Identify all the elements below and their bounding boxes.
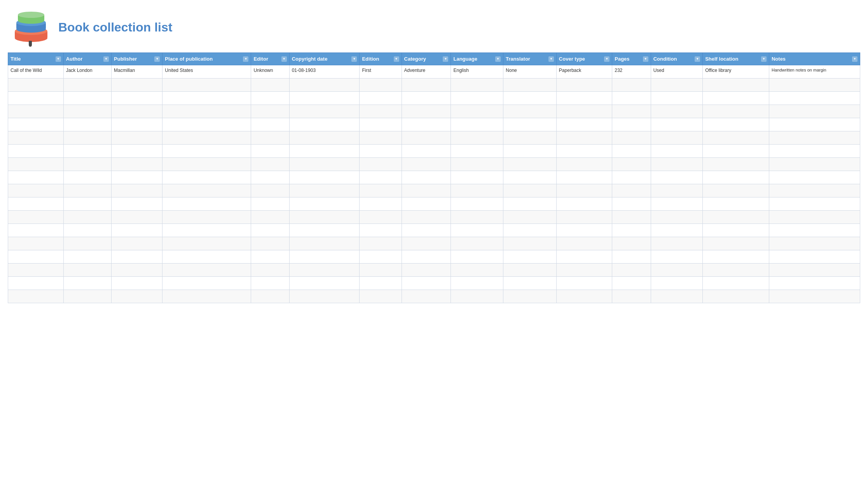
cell-place_of_publication[interactable] — [162, 145, 251, 158]
cell-language[interactable] — [451, 224, 503, 237]
cell-edition[interactable] — [360, 79, 402, 92]
cell-edition[interactable] — [360, 105, 402, 118]
cell-place_of_publication[interactable] — [162, 250, 251, 264]
cell-shelf_location[interactable] — [703, 290, 769, 303]
cell-edition[interactable] — [360, 131, 402, 145]
cell-author[interactable] — [63, 131, 111, 145]
cell-condition[interactable] — [651, 290, 702, 303]
cell-translator[interactable] — [503, 79, 557, 92]
cell-place_of_publication[interactable] — [162, 224, 251, 237]
cell-language[interactable] — [451, 92, 503, 105]
filter-btn-author[interactable]: ▼ — [103, 56, 109, 62]
cell-language[interactable] — [451, 211, 503, 224]
cell-translator[interactable] — [503, 197, 557, 211]
cell-editor[interactable] — [251, 158, 289, 171]
cell-publisher[interactable] — [112, 184, 162, 197]
cell-category[interactable] — [402, 92, 451, 105]
cell-title[interactable] — [8, 224, 64, 237]
cell-editor[interactable] — [251, 237, 289, 250]
cell-editor[interactable] — [251, 145, 289, 158]
cell-shelf_location[interactable] — [703, 184, 769, 197]
cell-publisher[interactable] — [112, 197, 162, 211]
cell-editor[interactable] — [251, 277, 289, 290]
cell-copyright_date[interactable] — [289, 118, 360, 131]
cell-condition[interactable] — [651, 277, 702, 290]
cell-author[interactable] — [63, 277, 111, 290]
cell-edition[interactable] — [360, 118, 402, 131]
cell-cover_type[interactable] — [556, 158, 612, 171]
cell-editor[interactable] — [251, 197, 289, 211]
cell-edition[interactable] — [360, 184, 402, 197]
cell-title[interactable] — [8, 79, 64, 92]
cell-condition[interactable] — [651, 131, 702, 145]
cell-language[interactable] — [451, 250, 503, 264]
cell-pages[interactable] — [612, 290, 651, 303]
cell-title[interactable] — [8, 197, 64, 211]
cell-edition[interactable] — [360, 145, 402, 158]
cell-cover_type[interactable] — [556, 211, 612, 224]
cell-cover_type[interactable] — [556, 105, 612, 118]
cell-shelf_location[interactable]: Office library — [703, 65, 769, 79]
cell-title[interactable] — [8, 290, 64, 303]
cell-shelf_location[interactable] — [703, 92, 769, 105]
cell-author[interactable] — [63, 237, 111, 250]
cell-pages[interactable]: 232 — [612, 65, 651, 79]
cell-notes[interactable] — [769, 184, 860, 197]
cell-edition[interactable] — [360, 224, 402, 237]
cell-notes[interactable] — [769, 290, 860, 303]
cell-pages[interactable] — [612, 92, 651, 105]
cell-publisher[interactable] — [112, 171, 162, 184]
cell-pages[interactable] — [612, 277, 651, 290]
cell-copyright_date[interactable] — [289, 250, 360, 264]
cell-pages[interactable] — [612, 184, 651, 197]
cell-title[interactable] — [8, 118, 64, 131]
cell-title[interactable] — [8, 131, 64, 145]
cell-edition[interactable] — [360, 277, 402, 290]
cell-category[interactable] — [402, 250, 451, 264]
cell-shelf_location[interactable] — [703, 118, 769, 131]
cell-place_of_publication[interactable] — [162, 92, 251, 105]
cell-publisher[interactable] — [112, 277, 162, 290]
cell-publisher[interactable] — [112, 131, 162, 145]
cell-edition[interactable] — [360, 264, 402, 277]
cell-notes[interactable] — [769, 211, 860, 224]
cell-category[interactable]: Adventure — [402, 65, 451, 79]
filter-btn-title[interactable]: ▼ — [56, 56, 61, 62]
cell-pages[interactable] — [612, 237, 651, 250]
cell-publisher[interactable] — [112, 264, 162, 277]
cell-translator[interactable] — [503, 237, 557, 250]
cell-condition[interactable] — [651, 118, 702, 131]
cell-translator[interactable] — [503, 184, 557, 197]
cell-author[interactable] — [63, 118, 111, 131]
cell-publisher[interactable] — [112, 145, 162, 158]
cell-cover_type[interactable] — [556, 277, 612, 290]
cell-copyright_date[interactable] — [289, 224, 360, 237]
cell-category[interactable] — [402, 290, 451, 303]
cell-editor[interactable] — [251, 118, 289, 131]
cell-cover_type[interactable]: Paperback — [556, 65, 612, 79]
cell-copyright_date[interactable] — [289, 290, 360, 303]
cell-place_of_publication[interactable] — [162, 79, 251, 92]
cell-cover_type[interactable] — [556, 237, 612, 250]
cell-title[interactable] — [8, 277, 64, 290]
cell-shelf_location[interactable] — [703, 171, 769, 184]
cell-edition[interactable] — [360, 237, 402, 250]
cell-copyright_date[interactable] — [289, 237, 360, 250]
cell-condition[interactable] — [651, 92, 702, 105]
cell-place_of_publication[interactable] — [162, 131, 251, 145]
cell-edition[interactable] — [360, 171, 402, 184]
cell-condition[interactable] — [651, 197, 702, 211]
cell-language[interactable] — [451, 105, 503, 118]
cell-language[interactable]: English — [451, 65, 503, 79]
cell-condition[interactable] — [651, 250, 702, 264]
cell-copyright_date[interactable] — [289, 171, 360, 184]
cell-title[interactable] — [8, 171, 64, 184]
cell-translator[interactable] — [503, 118, 557, 131]
filter-btn-editor[interactable]: ▼ — [281, 56, 287, 62]
cell-place_of_publication[interactable] — [162, 171, 251, 184]
cell-condition[interactable] — [651, 237, 702, 250]
cell-publisher[interactable] — [112, 158, 162, 171]
cell-copyright_date[interactable] — [289, 131, 360, 145]
cell-edition[interactable] — [360, 92, 402, 105]
cell-category[interactable] — [402, 145, 451, 158]
